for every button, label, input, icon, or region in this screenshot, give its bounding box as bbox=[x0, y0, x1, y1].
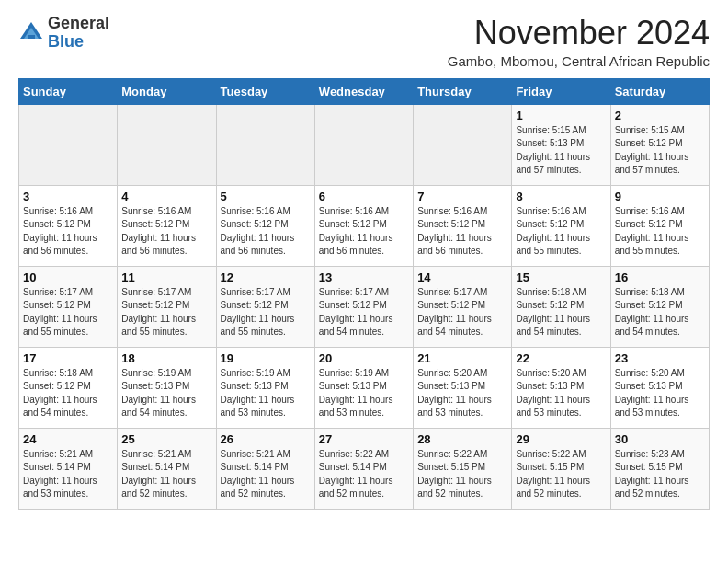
calendar-cell: 8Sunrise: 5:16 AM Sunset: 5:12 PM Daylig… bbox=[512, 185, 610, 266]
calendar-cell: 13Sunrise: 5:17 AM Sunset: 5:12 PM Dayli… bbox=[314, 266, 413, 347]
calendar-cell bbox=[118, 104, 216, 185]
page: General Blue November 2024 Gambo, Mbomou… bbox=[0, 0, 728, 524]
col-saturday: Saturday bbox=[610, 78, 709, 104]
calendar-cell: 19Sunrise: 5:19 AM Sunset: 5:13 PM Dayli… bbox=[216, 347, 314, 428]
calendar-header: Sunday Monday Tuesday Wednesday Thursday… bbox=[19, 78, 710, 104]
day-number: 9 bbox=[615, 190, 705, 203]
calendar-week-5: 24Sunrise: 5:21 AM Sunset: 5:14 PM Dayli… bbox=[19, 428, 710, 509]
day-number: 10 bbox=[23, 270, 113, 284]
calendar-cell: 15Sunrise: 5:18 AM Sunset: 5:12 PM Dayli… bbox=[512, 266, 610, 347]
day-number: 7 bbox=[417, 190, 507, 203]
day-number: 15 bbox=[516, 270, 606, 284]
logo-general: General bbox=[48, 14, 109, 32]
calendar-cell: 1Sunrise: 5:15 AM Sunset: 5:13 PM Daylig… bbox=[512, 104, 610, 185]
calendar-cell: 30Sunrise: 5:23 AM Sunset: 5:15 PM Dayli… bbox=[610, 428, 709, 509]
day-number: 25 bbox=[121, 432, 211, 446]
title-block: November 2024 Gambo, Mbomou, Central Afr… bbox=[448, 15, 710, 69]
calendar-cell: 21Sunrise: 5:20 AM Sunset: 5:13 PM Dayli… bbox=[414, 347, 512, 428]
calendar-week-4: 17Sunrise: 5:18 AM Sunset: 5:12 PM Dayli… bbox=[19, 347, 710, 428]
day-info: Sunrise: 5:15 AM Sunset: 5:13 PM Dayligh… bbox=[516, 124, 606, 178]
svg-rect-2 bbox=[28, 35, 35, 39]
day-info: Sunrise: 5:19 AM Sunset: 5:13 PM Dayligh… bbox=[221, 367, 311, 420]
day-info: Sunrise: 5:16 AM Sunset: 5:12 PM Dayligh… bbox=[417, 205, 507, 259]
day-number: 28 bbox=[417, 432, 507, 446]
day-number: 12 bbox=[221, 270, 311, 284]
calendar-cell: 7Sunrise: 5:16 AM Sunset: 5:12 PM Daylig… bbox=[414, 185, 512, 266]
location-subtitle: Gambo, Mbomou, Central African Republic bbox=[448, 53, 710, 69]
month-title: November 2024 bbox=[448, 15, 710, 52]
calendar-cell: 16Sunrise: 5:18 AM Sunset: 5:12 PM Dayli… bbox=[610, 266, 709, 347]
day-number: 22 bbox=[516, 351, 606, 365]
day-info: Sunrise: 5:23 AM Sunset: 5:15 PM Dayligh… bbox=[615, 448, 705, 501]
day-number: 23 bbox=[615, 351, 705, 365]
col-tuesday: Tuesday bbox=[216, 78, 314, 104]
day-number: 26 bbox=[221, 432, 311, 446]
day-info: Sunrise: 5:16 AM Sunset: 5:12 PM Dayligh… bbox=[615, 205, 705, 259]
header: General Blue November 2024 Gambo, Mbomou… bbox=[18, 15, 710, 69]
day-info: Sunrise: 5:19 AM Sunset: 5:13 PM Dayligh… bbox=[121, 367, 211, 420]
day-info: Sunrise: 5:18 AM Sunset: 5:12 PM Dayligh… bbox=[615, 286, 705, 339]
day-number: 14 bbox=[417, 270, 507, 284]
logo: General Blue bbox=[18, 15, 109, 52]
calendar-cell: 14Sunrise: 5:17 AM Sunset: 5:12 PM Dayli… bbox=[414, 266, 512, 347]
day-number: 24 bbox=[23, 432, 113, 446]
day-info: Sunrise: 5:17 AM Sunset: 5:12 PM Dayligh… bbox=[417, 286, 507, 339]
day-number: 27 bbox=[319, 432, 409, 446]
calendar-cell: 23Sunrise: 5:20 AM Sunset: 5:13 PM Dayli… bbox=[610, 347, 709, 428]
day-number: 1 bbox=[516, 109, 606, 122]
day-info: Sunrise: 5:16 AM Sunset: 5:12 PM Dayligh… bbox=[221, 205, 311, 259]
day-info: Sunrise: 5:19 AM Sunset: 5:13 PM Dayligh… bbox=[319, 367, 409, 420]
day-info: Sunrise: 5:16 AM Sunset: 5:12 PM Dayligh… bbox=[516, 205, 606, 259]
calendar-cell bbox=[19, 104, 118, 185]
day-number: 5 bbox=[221, 190, 311, 203]
day-number: 13 bbox=[319, 270, 409, 284]
day-number: 30 bbox=[615, 432, 705, 446]
day-info: Sunrise: 5:17 AM Sunset: 5:12 PM Dayligh… bbox=[221, 286, 311, 339]
calendar-week-1: 1Sunrise: 5:15 AM Sunset: 5:13 PM Daylig… bbox=[19, 104, 710, 185]
col-wednesday: Wednesday bbox=[314, 78, 413, 104]
calendar-cell bbox=[414, 104, 512, 185]
day-info: Sunrise: 5:16 AM Sunset: 5:12 PM Dayligh… bbox=[319, 205, 409, 259]
day-info: Sunrise: 5:17 AM Sunset: 5:12 PM Dayligh… bbox=[319, 286, 409, 339]
calendar-table: Sunday Monday Tuesday Wednesday Thursday… bbox=[18, 78, 710, 510]
day-info: Sunrise: 5:20 AM Sunset: 5:13 PM Dayligh… bbox=[516, 367, 606, 420]
day-info: Sunrise: 5:18 AM Sunset: 5:12 PM Dayligh… bbox=[516, 286, 606, 339]
day-info: Sunrise: 5:22 AM Sunset: 5:15 PM Dayligh… bbox=[516, 448, 606, 501]
day-number: 2 bbox=[615, 109, 705, 122]
day-number: 11 bbox=[121, 270, 211, 284]
day-number: 16 bbox=[615, 270, 705, 284]
day-info: Sunrise: 5:15 AM Sunset: 5:12 PM Dayligh… bbox=[615, 124, 705, 178]
calendar-cell: 10Sunrise: 5:17 AM Sunset: 5:12 PM Dayli… bbox=[19, 266, 118, 347]
day-info: Sunrise: 5:18 AM Sunset: 5:12 PM Dayligh… bbox=[23, 367, 113, 420]
day-info: Sunrise: 5:21 AM Sunset: 5:14 PM Dayligh… bbox=[121, 448, 211, 501]
calendar-cell: 28Sunrise: 5:22 AM Sunset: 5:15 PM Dayli… bbox=[414, 428, 512, 509]
day-number: 8 bbox=[516, 190, 606, 203]
calendar-cell: 26Sunrise: 5:21 AM Sunset: 5:14 PM Dayli… bbox=[216, 428, 314, 509]
calendar-cell: 11Sunrise: 5:17 AM Sunset: 5:12 PM Dayli… bbox=[118, 266, 216, 347]
calendar-cell: 2Sunrise: 5:15 AM Sunset: 5:12 PM Daylig… bbox=[610, 104, 709, 185]
calendar-cell: 22Sunrise: 5:20 AM Sunset: 5:13 PM Dayli… bbox=[512, 347, 610, 428]
calendar-cell bbox=[314, 104, 413, 185]
calendar-week-2: 3Sunrise: 5:16 AM Sunset: 5:12 PM Daylig… bbox=[19, 185, 710, 266]
day-number: 4 bbox=[121, 190, 211, 203]
day-number: 19 bbox=[221, 351, 311, 365]
calendar-cell: 29Sunrise: 5:22 AM Sunset: 5:15 PM Dayli… bbox=[512, 428, 610, 509]
day-number: 3 bbox=[23, 190, 113, 203]
day-number: 18 bbox=[121, 351, 211, 365]
logo-icon bbox=[18, 20, 44, 46]
calendar-cell: 27Sunrise: 5:22 AM Sunset: 5:14 PM Dayli… bbox=[314, 428, 413, 509]
col-sunday: Sunday bbox=[19, 78, 118, 104]
col-monday: Monday bbox=[118, 78, 216, 104]
day-info: Sunrise: 5:16 AM Sunset: 5:12 PM Dayligh… bbox=[121, 205, 211, 259]
day-info: Sunrise: 5:21 AM Sunset: 5:14 PM Dayligh… bbox=[23, 448, 113, 501]
day-number: 21 bbox=[417, 351, 507, 365]
calendar-cell: 4Sunrise: 5:16 AM Sunset: 5:12 PM Daylig… bbox=[118, 185, 216, 266]
day-info: Sunrise: 5:20 AM Sunset: 5:13 PM Dayligh… bbox=[417, 367, 507, 420]
col-thursday: Thursday bbox=[414, 78, 512, 104]
calendar-cell: 25Sunrise: 5:21 AM Sunset: 5:14 PM Dayli… bbox=[118, 428, 216, 509]
day-number: 17 bbox=[23, 351, 113, 365]
calendar-cell: 3Sunrise: 5:16 AM Sunset: 5:12 PM Daylig… bbox=[19, 185, 118, 266]
calendar-cell: 20Sunrise: 5:19 AM Sunset: 5:13 PM Dayli… bbox=[314, 347, 413, 428]
header-row: Sunday Monday Tuesday Wednesday Thursday… bbox=[19, 78, 710, 104]
calendar-week-3: 10Sunrise: 5:17 AM Sunset: 5:12 PM Dayli… bbox=[19, 266, 710, 347]
